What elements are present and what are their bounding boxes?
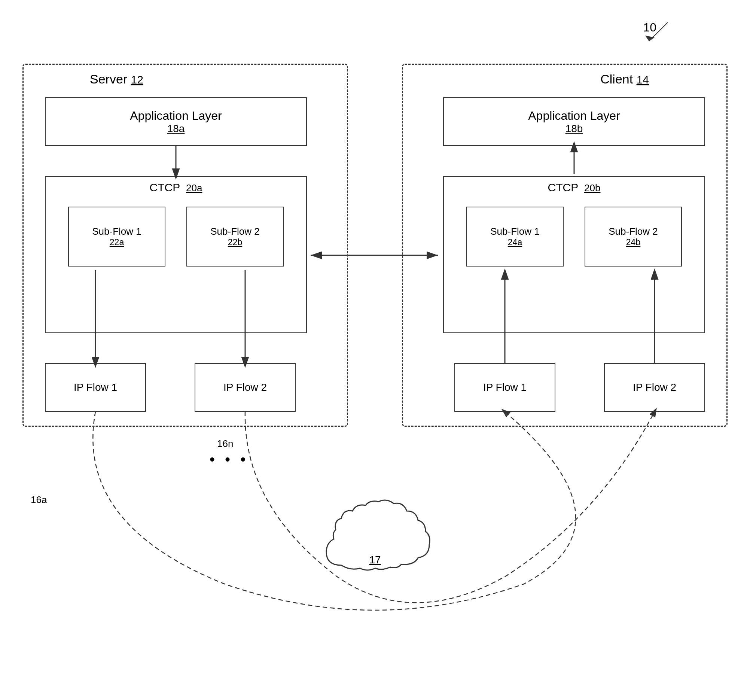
server-app-layer-label: Application Layer: [130, 109, 221, 123]
client-subflow1-ref: 24a: [508, 237, 522, 248]
client-subflow-1: Sub-Flow 1 24a: [466, 207, 564, 266]
client-ctcp-ref: 20b: [584, 182, 600, 194]
server-ctcp-box: CTCP 20a Sub-Flow 1 22a Sub-Flow 2 22b: [45, 176, 307, 333]
client-ctcp-label: CTCP 20b: [548, 181, 601, 194]
server-subflow-1: Sub-Flow 1 22a: [68, 207, 165, 266]
ref-16a: 16a: [31, 494, 47, 506]
server-label: Server 12: [90, 72, 143, 86]
client-ref: 14: [636, 73, 649, 86]
client-subflow2-label: Sub-Flow 2: [609, 226, 658, 237]
client-app-layer-label: Application Layer: [528, 109, 620, 123]
client-app-layer-ref: 18b: [566, 123, 583, 135]
server-ref: 12: [131, 73, 143, 86]
svg-marker-1: [645, 35, 655, 41]
server-app-layer: Application Layer 18a: [45, 97, 307, 146]
server-subflow-2: Sub-Flow 2 22b: [186, 207, 284, 266]
cloud-ref: 17: [369, 554, 381, 566]
client-subflow1-label: Sub-Flow 1: [490, 226, 539, 237]
server-subflow2-label: Sub-Flow 2: [211, 226, 260, 237]
server-subflow2-ref: 22b: [228, 237, 242, 248]
client-label: Client 14: [600, 72, 649, 86]
diagram: 10 Server 12 Application Layer 18a CTCP …: [0, 0, 750, 700]
client-ipflow-2: IP Flow 2: [604, 363, 705, 412]
ref-16n: 16n: [217, 438, 233, 449]
server-subflow1-label: Sub-Flow 1: [92, 226, 141, 237]
client-subflow-2: Sub-Flow 2 24b: [585, 207, 682, 266]
ref-10-arrow: [638, 19, 675, 49]
server-ctcp-ref: 20a: [186, 182, 202, 194]
client-subflow2-ref: 24b: [626, 237, 640, 248]
server-ctcp-label: CTCP 20a: [150, 181, 203, 194]
server-app-layer-ref: 18a: [167, 123, 185, 135]
client-ctcp-box: CTCP 20b Sub-Flow 1 24a Sub-Flow 2 24b: [443, 176, 705, 333]
server-subflow1-ref: 22a: [110, 237, 124, 248]
network-cloud: [304, 490, 446, 595]
server-ipflow-1: IP Flow 1: [45, 363, 146, 412]
server-ipflow-2: IP Flow 2: [195, 363, 296, 412]
network-dots: • • •: [210, 451, 249, 468]
client-ipflow-1: IP Flow 1: [454, 363, 555, 412]
client-app-layer: Application Layer 18b: [443, 97, 705, 146]
